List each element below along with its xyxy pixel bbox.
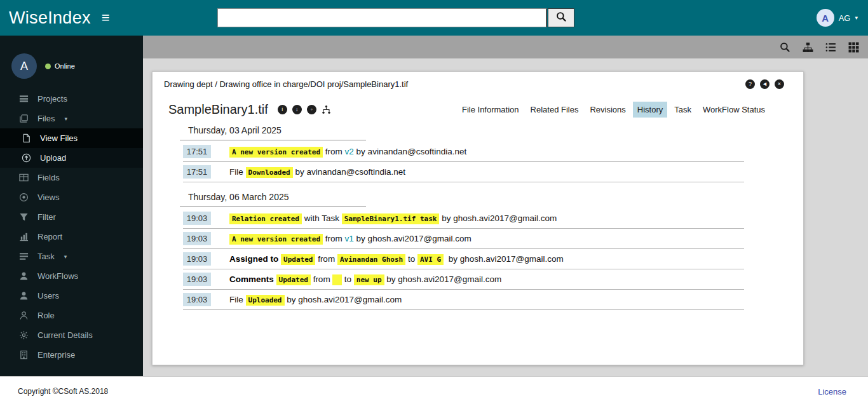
history-entry: 17:51File Downloaded by avinandan@csofti… bbox=[183, 162, 744, 182]
version-link[interactable]: v1 bbox=[345, 234, 354, 243]
search-input[interactable] bbox=[217, 8, 547, 27]
info-icon[interactable]: i bbox=[278, 105, 287, 114]
sidebar-item-workflows[interactable]: WorkFlows bbox=[0, 266, 143, 286]
sidebar-item-label: Task bbox=[37, 252, 55, 261]
sidebar-item-label: Report bbox=[37, 232, 62, 241]
report-icon bbox=[19, 232, 29, 241]
close-icon[interactable]: × bbox=[775, 79, 784, 89]
card-header: Drawing dept / Drawing office in charge/… bbox=[153, 72, 803, 89]
back-icon[interactable]: ◄ bbox=[760, 79, 770, 89]
tab-file-information[interactable]: File Information bbox=[458, 102, 524, 118]
sidebar-item-label: Files bbox=[37, 114, 55, 123]
history-text-segment: File bbox=[229, 167, 246, 177]
sidebar-item-label: Upload bbox=[40, 153, 66, 163]
main-area: Drawing dept / Drawing office in charge/… bbox=[143, 36, 868, 376]
history-message: File Uploaded by ghosh.avi2017@gmail.com bbox=[229, 295, 402, 304]
search-icon[interactable] bbox=[780, 42, 790, 53]
history-text-segment: Uploaded bbox=[246, 295, 285, 306]
sidebar: A Online ProjectsFiles▾View FilesUploadF… bbox=[0, 36, 143, 376]
sidebar-item-task[interactable]: Task▾ bbox=[0, 247, 143, 266]
tab-task[interactable]: Task bbox=[670, 102, 696, 118]
history-date: Thursday, 06 March 2025 bbox=[180, 192, 366, 207]
sidebar-item-label: Users bbox=[37, 291, 59, 301]
tree-view-icon[interactable] bbox=[322, 105, 331, 114]
history-entry: 19:03Assigned to Updated from Avinandan … bbox=[183, 249, 744, 269]
projects-icon bbox=[19, 94, 29, 104]
sidebar-item-projects[interactable]: Projects bbox=[0, 94, 143, 109]
history-message: Assigned to Updated from Avinandan Ghosh… bbox=[229, 254, 564, 264]
breadcrumb: Drawing dept / Drawing office in charge/… bbox=[164, 79, 408, 89]
user-menu[interactable]: A AG ▾ bbox=[817, 9, 858, 27]
upload-icon bbox=[22, 153, 32, 163]
users-icon bbox=[19, 291, 29, 301]
history-text-segment bbox=[332, 274, 342, 285]
sidebar-item-upload[interactable]: Upload bbox=[0, 148, 143, 168]
search-button[interactable] bbox=[548, 8, 574, 27]
list-icon[interactable] bbox=[825, 42, 836, 53]
content-area: Drawing dept / Drawing office in charge/… bbox=[143, 58, 868, 376]
hamburger-menu-icon[interactable]: ≡ bbox=[102, 11, 110, 25]
online-status-dot bbox=[45, 64, 51, 69]
sidebar-item-filter[interactable]: Filter bbox=[0, 207, 143, 227]
sidebar-item-report[interactable]: Report bbox=[0, 227, 143, 247]
sidebar-item-enterprise[interactable]: Enterprise bbox=[0, 345, 143, 365]
card-window-icons: ?◄× bbox=[745, 79, 784, 89]
history-entries: 17:51A new version created from v2 by av… bbox=[183, 142, 744, 182]
history-text-segment: by ghosh.avi2017@gmail.com bbox=[439, 213, 557, 223]
license-link[interactable]: License bbox=[818, 387, 846, 396]
sidebar-item-view-files[interactable]: View Files bbox=[0, 128, 143, 148]
view-files-icon bbox=[22, 133, 32, 143]
sidebar-item-views[interactable]: Views bbox=[0, 187, 143, 207]
history-message: A new version created from v2 by avinand… bbox=[229, 147, 466, 156]
preview-icon[interactable]: ◦ bbox=[307, 105, 316, 114]
sidebar-item-label: Enterprise bbox=[37, 350, 75, 360]
history-group: Thursday, 06 March 202519:03Relation cre… bbox=[183, 192, 784, 310]
sidebar-item-label: Role bbox=[37, 311, 55, 320]
page-body: A Online ProjectsFiles▾View FilesUploadF… bbox=[0, 36, 868, 376]
download-icon[interactable]: ↓ bbox=[292, 105, 302, 114]
time-badge: 19:03 bbox=[183, 212, 211, 225]
sidebar-item-role[interactable]: Role bbox=[0, 306, 143, 325]
version-link[interactable]: v2 bbox=[345, 147, 354, 156]
files-icon bbox=[19, 114, 29, 123]
tab-related-files[interactable]: Related Files bbox=[526, 102, 583, 118]
time-badge: 19:03 bbox=[183, 273, 211, 286]
tab-history[interactable]: History bbox=[633, 102, 667, 118]
history-group: Thursday, 03 April 202517:51A new versio… bbox=[183, 125, 784, 182]
avatar: A bbox=[817, 9, 834, 27]
sidebar-item-fields[interactable]: Fields bbox=[0, 168, 143, 187]
sitemap-icon[interactable] bbox=[803, 42, 813, 53]
online-status: Online bbox=[45, 62, 75, 70]
enterprise-icon bbox=[19, 350, 29, 360]
role-icon bbox=[19, 311, 29, 320]
history-text-segment: Updated bbox=[276, 274, 311, 285]
history-entries: 19:03Relation created with Task SampleBi… bbox=[183, 208, 744, 310]
history-text-segment: Updated bbox=[281, 254, 315, 265]
tab-workflow-status[interactable]: WorkFlow Status bbox=[698, 102, 770, 118]
grid-icon[interactable] bbox=[848, 42, 859, 53]
time-badge: 17:51 bbox=[183, 165, 211, 179]
online-status-label: Online bbox=[55, 62, 75, 70]
sidebar-item-current-details[interactable]: Current Details bbox=[0, 325, 143, 345]
sidebar-item-label: View Files bbox=[40, 133, 78, 143]
sidebar-item-files[interactable]: Files▾ bbox=[0, 109, 143, 128]
history-message: File Downloaded by avinandan@csoftindia.… bbox=[229, 167, 405, 177]
top-header: WiseIndex ≡ A AG ▾ bbox=[0, 0, 868, 36]
sidebar-item-users[interactable]: Users bbox=[0, 286, 143, 306]
history-text-segment: AVI G bbox=[417, 254, 444, 265]
history-text-segment: Downloaded bbox=[246, 167, 293, 178]
sidebar-menu: ProjectsFiles▾View FilesUploadFieldsView… bbox=[0, 94, 143, 376]
copyright-text: Copyright ©CSoft AS.2018 bbox=[18, 387, 108, 396]
chevron-down-icon: ▾ bbox=[855, 15, 858, 21]
current-details-icon bbox=[19, 330, 29, 340]
task-icon bbox=[19, 252, 29, 261]
history-text-segment: new up bbox=[354, 274, 384, 285]
file-action-icons: i↓◦ bbox=[278, 105, 331, 114]
app-logo: WiseIndex bbox=[9, 8, 91, 28]
help-icon[interactable]: ? bbox=[745, 79, 755, 89]
tab-revisions[interactable]: Revisions bbox=[585, 102, 630, 118]
search-icon bbox=[556, 11, 567, 24]
history-text-segment: from bbox=[323, 234, 345, 243]
workflows-icon bbox=[19, 271, 29, 281]
views-icon bbox=[19, 193, 29, 202]
